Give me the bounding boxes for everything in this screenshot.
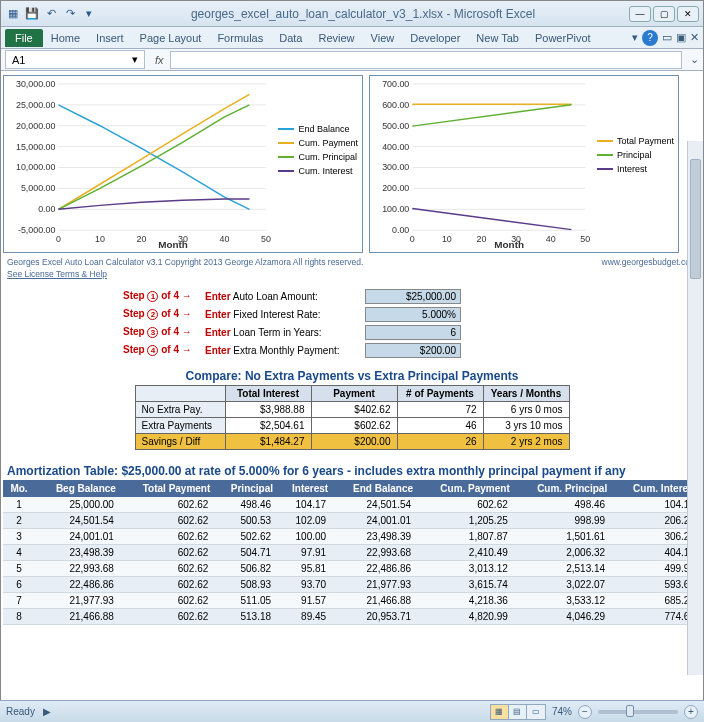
- svg-text:40: 40: [546, 234, 556, 244]
- name-box-dropdown-icon[interactable]: ▾: [132, 53, 138, 66]
- fx-button[interactable]: fx: [155, 54, 164, 66]
- ribbon-restore-icon[interactable]: ▣: [676, 31, 686, 44]
- step-1-prompt: Enter Auto Loan Amount:: [205, 291, 365, 302]
- status-macro-icon[interactable]: ▶: [43, 706, 51, 717]
- window-title: georges_excel_auto_loan_calculator_v3_1.…: [97, 7, 629, 21]
- ribbon-tabs: File Home Insert Page Layout Formulas Da…: [1, 27, 703, 49]
- ribbon-minimize-icon[interactable]: ▭: [662, 31, 672, 44]
- chart-monthly[interactable]: 0.00100.00200.00300.00400.00500.00600.00…: [369, 75, 679, 253]
- svg-text:100.00: 100.00: [382, 204, 409, 214]
- chart-right-legend: Total PaymentPrincipalInterest: [597, 136, 674, 178]
- scrollbar-thumb[interactable]: [690, 159, 701, 279]
- svg-text:0.00: 0.00: [392, 225, 409, 235]
- amort-row: 224,501.54602.62500.53102.0924,001.011,2…: [3, 513, 701, 529]
- vertical-scrollbar[interactable]: [687, 141, 703, 675]
- step-2-prompt: Enter Fixed Interest Rate:: [205, 309, 365, 320]
- zoom-slider-thumb[interactable]: [626, 705, 634, 717]
- view-normal-button[interactable]: ▦: [491, 705, 509, 719]
- svg-text:5,000.00: 5,000.00: [21, 183, 56, 193]
- svg-text:10,000.00: 10,000.00: [16, 162, 56, 172]
- quick-access-toolbar: ▦ 💾 ↶ ↷ ▾: [5, 6, 97, 22]
- copyright-text: Georges Excel Auto Loan Calculator v3.1 …: [7, 257, 363, 267]
- svg-text:30,000.00: 30,000.00: [16, 79, 56, 89]
- amort-row: 522,993.68602.62506.8295.8122,486.863,01…: [3, 561, 701, 577]
- svg-text:20,000.00: 20,000.00: [16, 121, 56, 131]
- step-1-input[interactable]: $25,000.00: [365, 289, 461, 304]
- help-icon[interactable]: ?: [642, 30, 658, 46]
- compare-header: Total Interest: [225, 386, 311, 402]
- svg-text:40: 40: [220, 234, 230, 244]
- tab-developer[interactable]: Developer: [402, 29, 468, 47]
- close-button[interactable]: ✕: [677, 6, 699, 22]
- excel-icon[interactable]: ▦: [5, 6, 21, 22]
- formula-expand-icon[interactable]: ⌄: [690, 53, 699, 66]
- minimize-button[interactable]: —: [629, 6, 651, 22]
- file-tab[interactable]: File: [5, 29, 43, 47]
- zoom-slider[interactable]: [598, 710, 678, 714]
- worksheet: -5,000.000.005,000.0010,000.0015,000.002…: [1, 71, 703, 697]
- name-box[interactable]: A1▾: [5, 50, 145, 69]
- svg-text:300.00: 300.00: [382, 162, 409, 172]
- chart-left-xlabel: Month: [158, 239, 188, 250]
- svg-text:400.00: 400.00: [382, 142, 409, 152]
- title-bar: ▦ 💾 ↶ ↷ ▾ georges_excel_auto_loan_calcul…: [1, 1, 703, 27]
- compare-header: Payment: [311, 386, 397, 402]
- step-2-input[interactable]: 5.000%: [365, 307, 461, 322]
- maximize-button[interactable]: ▢: [653, 6, 675, 22]
- tab-new-tab[interactable]: New Tab: [468, 29, 527, 47]
- amortization-title: Amortization Table: $25,000.00 at rate o…: [7, 464, 697, 478]
- amort-header: Cum. Principal: [514, 480, 611, 497]
- step-2-label: Step 2 of 4 →: [123, 308, 205, 320]
- view-page-break-button[interactable]: ▭: [527, 705, 545, 719]
- svg-text:700.00: 700.00: [382, 79, 409, 89]
- legend-item: Cum. Principal: [278, 152, 358, 162]
- ribbon-dropdown-icon[interactable]: ▾: [632, 31, 638, 44]
- tab-home[interactable]: Home: [43, 29, 88, 47]
- amort-header: End Balance: [332, 480, 417, 497]
- svg-text:25,000.00: 25,000.00: [16, 100, 56, 110]
- save-icon[interactable]: 💾: [24, 6, 40, 22]
- tab-powerpivot[interactable]: PowerPivot: [527, 29, 599, 47]
- amort-row: 821,466.88602.62513.1889.4520,953.714,82…: [3, 609, 701, 625]
- redo-icon[interactable]: ↷: [62, 6, 78, 22]
- svg-text:0: 0: [410, 234, 415, 244]
- compare-table: Total InterestPayment# of PaymentsYears …: [135, 385, 570, 450]
- loan-inputs: Step 1 of 4 → Enter Auto Loan Amount: $2…: [123, 287, 701, 359]
- compare-row: No Extra Pay.$3,988.88$402.62726 yrs 0 m…: [135, 402, 569, 418]
- license-link[interactable]: See License Terms & Help: [7, 269, 697, 279]
- zoom-in-button[interactable]: +: [684, 705, 698, 719]
- zoom-level[interactable]: 74%: [552, 706, 572, 717]
- tab-review[interactable]: Review: [310, 29, 362, 47]
- chart-cumulative[interactable]: -5,000.000.005,000.0010,000.0015,000.002…: [3, 75, 363, 253]
- step-4-input[interactable]: $200.00: [365, 343, 461, 358]
- qat-dropdown-icon[interactable]: ▾: [81, 6, 97, 22]
- amort-row: 423,498.39602.62504.7197.9122,993.682,41…: [3, 545, 701, 561]
- formula-input[interactable]: [170, 51, 682, 69]
- amort-row: 125,000.00602.62498.46104.1724,501.54602…: [3, 497, 701, 513]
- amort-row: 622,486.86602.62508.9393.7021,977.933,61…: [3, 577, 701, 593]
- step-4-prompt: Enter Extra Monthly Payment:: [205, 345, 365, 356]
- ribbon-close-icon[interactable]: ✕: [690, 31, 699, 44]
- tab-insert[interactable]: Insert: [88, 29, 132, 47]
- step-1-label: Step 1 of 4 →: [123, 290, 205, 302]
- svg-text:-5,000.00: -5,000.00: [18, 225, 56, 235]
- undo-icon[interactable]: ↶: [43, 6, 59, 22]
- legend-item: Principal: [597, 150, 674, 160]
- step-3-input[interactable]: 6: [365, 325, 461, 340]
- amort-row: 324,001.01602.62502.62100.0023,498.391,8…: [3, 529, 701, 545]
- website-link[interactable]: www.georgesbudget.com: [602, 257, 697, 267]
- svg-text:20: 20: [137, 234, 147, 244]
- amort-header: Principal: [214, 480, 277, 497]
- status-ready: Ready: [6, 706, 35, 717]
- svg-text:15,000.00: 15,000.00: [16, 142, 56, 152]
- compare-header: Years / Months: [483, 386, 569, 402]
- tab-page-layout[interactable]: Page Layout: [132, 29, 210, 47]
- view-page-layout-button[interactable]: ▤: [509, 705, 527, 719]
- tab-view[interactable]: View: [363, 29, 403, 47]
- tab-formulas[interactable]: Formulas: [209, 29, 271, 47]
- step-3-prompt: Enter Loan Term in Years:: [205, 327, 365, 338]
- tab-data[interactable]: Data: [271, 29, 310, 47]
- svg-text:10: 10: [95, 234, 105, 244]
- svg-text:0.00: 0.00: [38, 204, 55, 214]
- zoom-out-button[interactable]: −: [578, 705, 592, 719]
